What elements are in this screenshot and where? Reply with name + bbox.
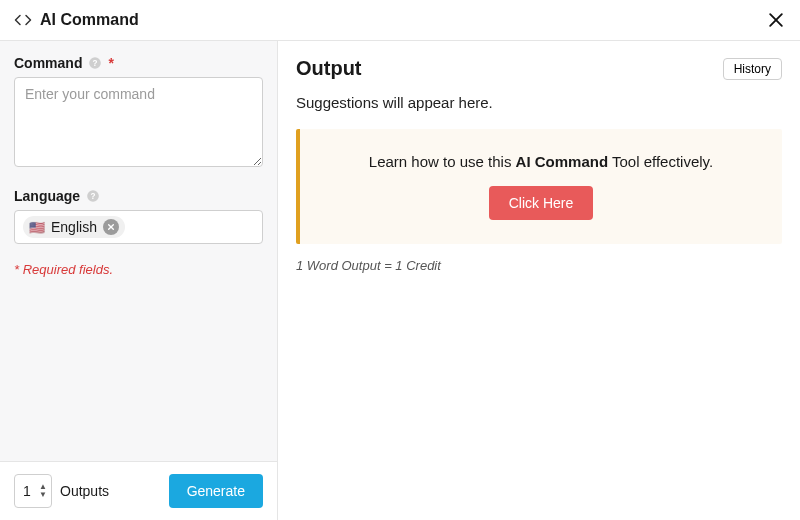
generate-button[interactable]: Generate xyxy=(169,474,263,508)
required-star: * xyxy=(108,55,113,71)
click-here-button[interactable]: Click Here xyxy=(489,186,594,220)
svg-text:?: ? xyxy=(91,192,96,201)
command-field: Command ? * xyxy=(14,55,263,170)
tip-prefix: Learn how to use this xyxy=(369,153,516,170)
flag-icon: 🇺🇸 xyxy=(29,220,45,235)
stepper-arrows: ▲ ▼ xyxy=(39,483,47,499)
tip-suffix: Tool effectively. xyxy=(608,153,713,170)
output-placeholder: Suggestions will appear here. xyxy=(296,94,782,111)
outputs-value: 1 xyxy=(23,483,31,499)
language-label: Language xyxy=(14,188,80,204)
app-root: AI Command Command ? * xyxy=(0,0,800,520)
required-note: * Required fields. xyxy=(14,262,263,277)
outputs-stepper[interactable]: 1 ▲ ▼ xyxy=(14,474,52,508)
language-label-row: Language ? xyxy=(14,188,263,204)
sidebar: Command ? * Language ? xyxy=(0,41,278,520)
outputs-label: Outputs xyxy=(60,483,109,499)
command-label-row: Command ? * xyxy=(14,55,263,71)
tip-bold: AI Command xyxy=(516,153,609,170)
header-left: AI Command xyxy=(14,11,139,29)
language-chip-label: English xyxy=(51,219,97,235)
body: Command ? * Language ? xyxy=(0,41,800,520)
help-icon[interactable]: ? xyxy=(88,56,102,70)
code-icon xyxy=(14,11,32,29)
command-label: Command xyxy=(14,55,82,71)
history-button[interactable]: History xyxy=(723,58,782,80)
tip-box: Learn how to use this AI Command Tool ef… xyxy=(296,129,782,244)
header-title: AI Command xyxy=(40,11,139,29)
close-icon[interactable] xyxy=(766,10,786,30)
language-field: Language ? 🇺🇸 English xyxy=(14,188,263,244)
sidebar-inner: Command ? * Language ? xyxy=(0,41,277,461)
output-title: Output xyxy=(296,57,362,80)
help-icon[interactable]: ? xyxy=(86,189,100,203)
main-header: Output History xyxy=(296,57,782,80)
chip-remove-icon[interactable] xyxy=(103,219,119,235)
credit-note: 1 Word Output = 1 Credit xyxy=(296,258,782,273)
chevron-down-icon[interactable]: ▼ xyxy=(39,491,47,499)
language-select[interactable]: 🇺🇸 English xyxy=(14,210,263,244)
svg-text:?: ? xyxy=(93,59,98,68)
main-panel: Output History Suggestions will appear h… xyxy=(278,41,800,520)
outputs-group: 1 ▲ ▼ Outputs xyxy=(14,474,109,508)
sidebar-footer: 1 ▲ ▼ Outputs Generate xyxy=(0,461,277,520)
tip-text: Learn how to use this AI Command Tool ef… xyxy=(320,153,762,170)
header-bar: AI Command xyxy=(0,0,800,41)
language-chip: 🇺🇸 English xyxy=(23,216,125,238)
command-input[interactable] xyxy=(14,77,263,167)
